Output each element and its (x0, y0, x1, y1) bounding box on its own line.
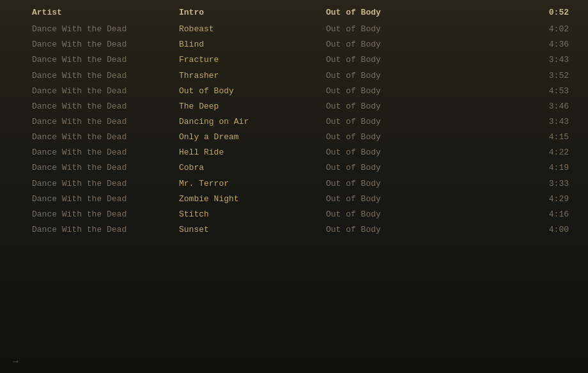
header-title: Intro (179, 6, 326, 19)
track-artist: Dance With the Dead (32, 100, 179, 113)
track-album: Out of Body (326, 116, 473, 128)
track-artist: Dance With the Dead (32, 178, 179, 190)
track-title: Sunset (179, 224, 326, 236)
track-title: Cobra (179, 162, 326, 174)
track-artist: Dance With the Dead (32, 193, 179, 206)
track-album: Out of Body (326, 70, 473, 82)
track-list-header: Artist Intro Out of Body 0:52 (0, 5, 588, 22)
track-duration: 4:02 (537, 23, 575, 36)
track-duration: 4:29 (537, 193, 575, 206)
track-artist: Dance With the Dead (32, 23, 179, 36)
track-album: Out of Body (326, 162, 473, 174)
track-row[interactable]: Dance With the DeadCobraOut of Body4:19 (0, 160, 588, 176)
track-duration: 4:22 (537, 146, 575, 159)
track-row[interactable]: Dance With the DeadHell RideOut of Body4… (0, 145, 588, 160)
track-title: Hell Ride (179, 146, 326, 159)
header-album: Out of Body (326, 6, 473, 19)
track-artist: Dance With the Dead (32, 38, 179, 51)
header-duration: 0:52 (537, 6, 575, 19)
track-title: Fracture (179, 54, 326, 66)
track-duration: 4:00 (537, 224, 575, 236)
track-row[interactable]: Dance With the DeadOut of BodyOut of Bod… (0, 84, 588, 99)
track-row[interactable]: Dance With the DeadThrasherOut of Body3:… (0, 68, 588, 84)
track-album: Out of Body (326, 131, 473, 144)
header-artist: Artist (32, 6, 179, 19)
track-artist: Dance With the Dead (32, 116, 179, 128)
track-title: The Deep (179, 100, 326, 113)
track-duration: 4:15 (537, 131, 575, 144)
track-duration: 3:43 (537, 54, 575, 66)
track-artist: Dance With the Dead (32, 70, 179, 82)
track-artist: Dance With the Dead (32, 224, 179, 236)
track-duration: 4:16 (537, 208, 575, 221)
track-artist: Dance With the Dead (32, 162, 179, 174)
track-row[interactable]: Dance With the DeadStitchOut of Body4:16 (0, 207, 588, 222)
track-row[interactable]: Dance With the DeadBlindOut of Body4:36 (0, 37, 588, 52)
track-duration: 3:52 (537, 70, 575, 82)
track-row[interactable]: Dance With the DeadOnly a DreamOut of Bo… (0, 130, 588, 145)
track-row[interactable]: Dance With the DeadSunsetOut of Body4:00 (0, 222, 588, 238)
track-duration: 3:43 (537, 116, 575, 128)
track-album: Out of Body (326, 100, 473, 113)
track-album: Out of Body (326, 193, 473, 206)
track-title: Dancing on Air (179, 116, 326, 128)
track-artist: Dance With the Dead (32, 131, 179, 144)
track-title: Stitch (179, 208, 326, 221)
track-title: Robeast (179, 23, 326, 36)
track-title: Blind (179, 38, 326, 51)
bottom-arrow: → (13, 356, 18, 367)
track-album: Out of Body (326, 146, 473, 159)
track-album: Out of Body (326, 38, 473, 51)
track-artist: Dance With the Dead (32, 208, 179, 221)
track-album: Out of Body (326, 224, 473, 236)
track-album: Out of Body (326, 54, 473, 66)
track-row[interactable]: Dance With the DeadZombie NightOut of Bo… (0, 192, 588, 207)
track-duration: 3:46 (537, 100, 575, 113)
track-duration: 3:33 (537, 178, 575, 190)
track-title: Only a Dream (179, 131, 326, 144)
track-duration: 4:19 (537, 162, 575, 174)
track-artist: Dance With the Dead (32, 146, 179, 159)
track-album: Out of Body (326, 208, 473, 221)
track-artist: Dance With the Dead (32, 54, 179, 66)
track-artist: Dance With the Dead (32, 85, 179, 98)
track-title: Mr. Terror (179, 178, 326, 190)
track-row[interactable]: Dance With the DeadRobeastOut of Body4:0… (0, 22, 588, 37)
track-duration: 4:53 (537, 85, 575, 98)
track-album: Out of Body (326, 85, 473, 98)
track-list: Artist Intro Out of Body 0:52 Dance With… (0, 0, 588, 243)
track-row[interactable]: Dance With the DeadThe DeepOut of Body3:… (0, 99, 588, 114)
track-title: Zombie Night (179, 193, 326, 206)
track-title: Out of Body (179, 85, 326, 98)
track-album: Out of Body (326, 23, 473, 36)
track-row[interactable]: Dance With the DeadMr. TerrorOut of Body… (0, 176, 588, 192)
track-duration: 4:36 (537, 38, 575, 51)
track-title: Thrasher (179, 70, 326, 82)
track-row[interactable]: Dance With the DeadFractureOut of Body3:… (0, 52, 588, 68)
track-row[interactable]: Dance With the DeadDancing on AirOut of … (0, 114, 588, 130)
track-album: Out of Body (326, 178, 473, 190)
